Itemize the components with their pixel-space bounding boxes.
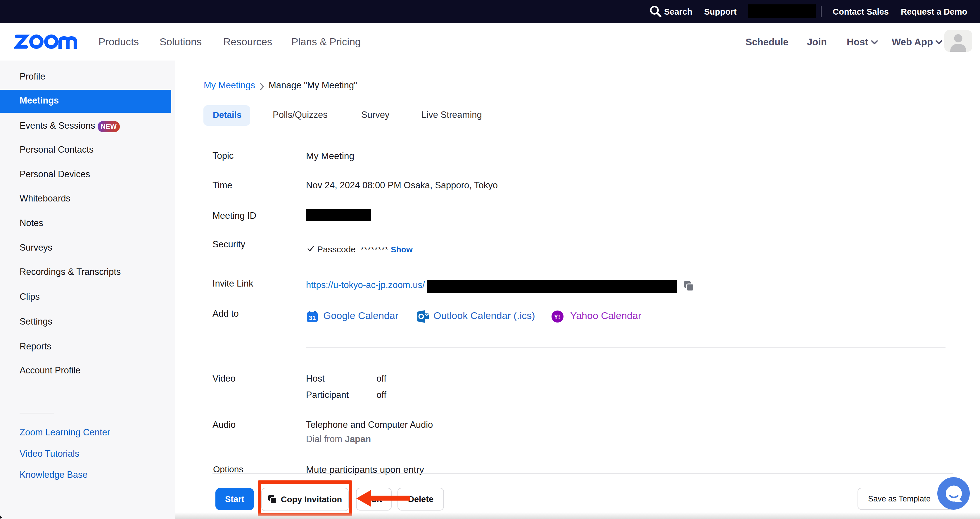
svg-text:Y!: Y! (554, 313, 560, 320)
svg-text:31: 31 (309, 314, 316, 321)
